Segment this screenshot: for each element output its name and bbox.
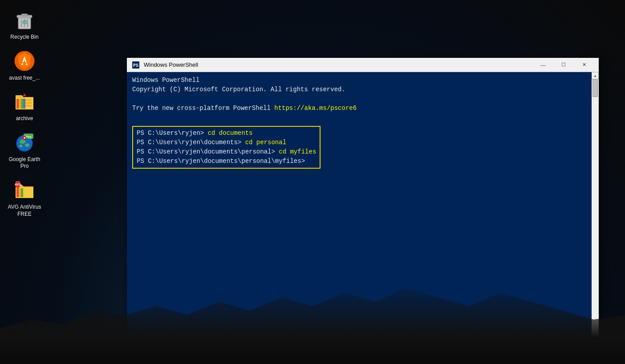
minimize-button[interactable]: —	[533, 58, 553, 72]
desktop-icon-recycle-bin[interactable]: ♻ Recycle Bin	[7, 9, 42, 41]
svg-rect-21	[21, 99, 23, 109]
ps-cmd-line2: PS C:\Users\ryjen\documents> cd personal	[137, 138, 316, 147]
desktop-icon-archive[interactable]: archive	[7, 90, 42, 122]
ps-header-line2: Copyright (C) Microsoft Corporation. All…	[132, 85, 586, 94]
window-titlebar: PS Windows PowerShell — ☐ ✕	[127, 58, 599, 72]
svg-rect-20	[19, 99, 21, 109]
close-button[interactable]: ✕	[574, 58, 594, 72]
scrollbar-thumb[interactable]	[593, 79, 598, 97]
avg-antivirus-label: AVG AntiVirus FREE	[7, 204, 42, 218]
terminal-content[interactable]: Windows PowerShell Copyright (C) Microso…	[127, 72, 592, 352]
powershell-title-icon: PS	[131, 61, 140, 69]
ps-pscore-line: Try the new cross-platform PowerShell ht…	[132, 104, 586, 113]
archive-icon	[13, 90, 36, 113]
avast-icon	[13, 50, 36, 72]
window-controls: — ☐ ✕	[533, 58, 594, 72]
scrollbar: ▲ ▼	[592, 72, 599, 352]
scrollbar-track[interactable]	[592, 79, 599, 344]
google-earth-pro-label: Google Earth Pro	[7, 156, 42, 170]
archive-label: archive	[16, 115, 33, 122]
avast-label: avast free_...	[9, 75, 40, 82]
maximize-button[interactable]: ☐	[553, 58, 574, 72]
recycle-bin-label: Recycle Bin	[10, 34, 38, 41]
window-body: Windows PowerShell Copyright (C) Microso…	[127, 72, 599, 352]
ps-cmd-line3: PS C:\Users\ryjen\documents\personal> cd…	[137, 147, 316, 157]
svg-point-36	[24, 137, 25, 139]
recycle-bin-icon: ♻	[13, 9, 36, 31]
desktop: ♻ Recycle Bin	[0, 0, 625, 364]
ps-cmd-line1: PS C:\Users\ryjen> cd documents	[137, 129, 316, 138]
svg-rect-39	[21, 188, 23, 197]
svg-rect-2	[21, 14, 28, 16]
svg-rect-19	[16, 99, 19, 109]
scrollbar-up-arrow[interactable]: ▲	[592, 72, 599, 79]
svg-marker-23	[23, 93, 26, 96]
ps-header-line1: Windows PowerShell	[132, 76, 586, 85]
svg-rect-15	[22, 62, 27, 64]
svg-rect-37	[16, 188, 19, 197]
svg-text:PS: PS	[133, 63, 138, 68]
window-title: Windows PowerShell	[144, 61, 533, 68]
avg-antivirus-icon: AVG	[13, 179, 36, 201]
svg-rect-38	[19, 188, 21, 197]
svg-text:Pro: Pro	[25, 135, 31, 139]
svg-rect-22	[23, 99, 25, 109]
svg-text:AVG: AVG	[15, 183, 21, 186]
google-earth-pro-icon: Pro	[13, 131, 36, 154]
ps-cmd-line4: PS C:\Users\ryjen\documents\personal\myf…	[137, 157, 316, 166]
svg-text:♻: ♻	[22, 19, 28, 26]
scrollbar-down-arrow[interactable]: ▼	[592, 344, 599, 352]
command-highlight-box: PS C:\Users\ryjen> cd documents PS C:\Us…	[132, 126, 321, 169]
desktop-icons: ♻ Recycle Bin	[0, 0, 49, 226]
desktop-icon-avg-antivirus[interactable]: AVG AVG AntiVirus FREE	[7, 179, 42, 218]
powershell-window: PS Windows PowerShell — ☐ ✕ Windows Powe…	[127, 58, 599, 352]
desktop-icon-avast[interactable]: avast free_...	[7, 50, 42, 82]
desktop-icon-google-earth-pro[interactable]: Pro Google Earth Pro	[7, 131, 42, 170]
